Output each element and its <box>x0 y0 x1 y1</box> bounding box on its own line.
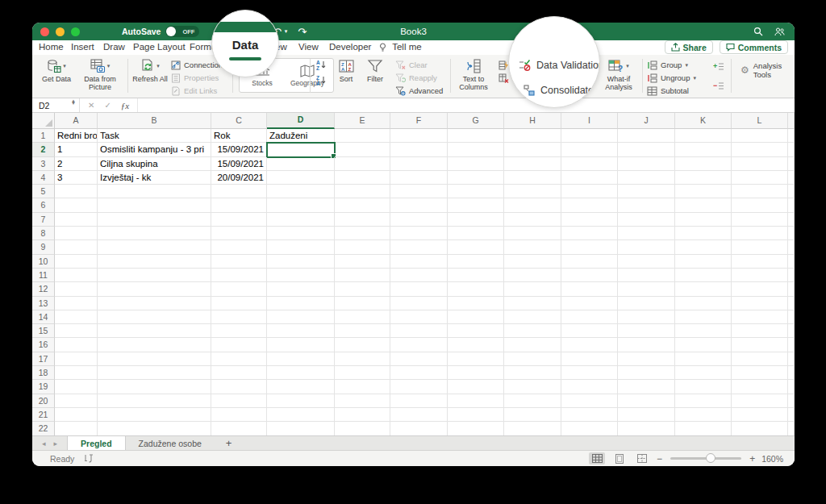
cell-C2[interactable]: 15/09/2021 <box>211 143 267 156</box>
cell-E13[interactable] <box>335 297 390 310</box>
cell-D1[interactable]: Zaduženi <box>267 129 335 143</box>
cell-I11[interactable] <box>561 269 618 282</box>
cell-C7[interactable] <box>211 213 267 227</box>
insert-function-icon[interactable]: ƒx <box>121 101 129 110</box>
cell-I6[interactable] <box>561 198 618 212</box>
cell-B15[interactable] <box>98 324 211 338</box>
cell-E12[interactable] <box>335 282 390 296</box>
cell-K18[interactable] <box>675 366 732 380</box>
cell-E9[interactable] <box>335 240 390 254</box>
cell-L2[interactable] <box>732 143 788 156</box>
filter-button[interactable]: Filter <box>361 57 389 83</box>
ungroup-button[interactable]: Ungroup ▾ <box>647 73 696 83</box>
cell-H9[interactable] <box>504 240 561 254</box>
cell-D6[interactable] <box>267 198 335 212</box>
cell-E21[interactable] <box>335 408 390 422</box>
cell-B18[interactable] <box>98 366 211 380</box>
clear-filter-button[interactable]: Clear <box>395 60 443 70</box>
cell-E7[interactable] <box>335 213 390 227</box>
row-header-1[interactable]: 1 <box>32 129 55 143</box>
cell-C6[interactable] <box>211 198 267 212</box>
cell-E19[interactable] <box>335 380 390 394</box>
cell-G9[interactable] <box>448 240 504 254</box>
cell-K8[interactable] <box>675 227 732 240</box>
cell-I4[interactable] <box>561 171 618 185</box>
row-header-5[interactable]: 5 <box>32 185 55 198</box>
cell-C4[interactable]: 20/09/2021 <box>211 171 267 185</box>
cell-C16[interactable] <box>211 338 267 352</box>
cell-I5[interactable] <box>561 185 618 198</box>
cell-G13[interactable] <box>448 297 504 310</box>
cell-A8[interactable] <box>55 227 98 240</box>
cell-K14[interactable] <box>675 310 732 324</box>
cell-G7[interactable] <box>448 213 504 227</box>
cell-C18[interactable] <box>211 366 267 380</box>
cell-I15[interactable] <box>561 324 618 338</box>
cell-J16[interactable] <box>618 338 675 352</box>
row-header-21[interactable]: 21 <box>32 408 55 422</box>
cell-J15[interactable] <box>618 324 675 338</box>
cell-K10[interactable] <box>675 255 732 269</box>
cell-K17[interactable] <box>675 352 732 366</box>
zoom-level[interactable]: 160% <box>761 454 783 464</box>
row-header-10[interactable]: 10 <box>32 255 55 269</box>
cell-D19[interactable] <box>267 380 335 394</box>
cell-H4[interactable] <box>504 171 561 185</box>
cell-H22[interactable] <box>504 422 561 435</box>
cell-J18[interactable] <box>618 366 675 380</box>
cell-D17[interactable] <box>267 352 335 366</box>
sheet-prev-icon[interactable]: ◂ <box>42 439 46 448</box>
select-all-corner[interactable] <box>32 113 55 129</box>
cell-D12[interactable] <box>267 282 335 296</box>
minimize-window-button[interactable] <box>56 27 65 36</box>
cell-G21[interactable] <box>448 408 504 422</box>
column-header-K[interactable]: K <box>675 113 732 129</box>
cell-D5[interactable] <box>267 185 335 198</box>
cell-B7[interactable] <box>98 213 211 227</box>
cell-K21[interactable] <box>675 408 732 422</box>
cell-K7[interactable] <box>675 213 732 227</box>
cell-G1[interactable] <box>448 129 504 143</box>
cell-L11[interactable] <box>732 269 788 282</box>
cell-F20[interactable] <box>390 394 448 408</box>
tab-home[interactable]: Home <box>39 40 64 55</box>
cell-H21[interactable] <box>504 408 561 422</box>
cell-A5[interactable] <box>55 185 98 198</box>
cell-A6[interactable] <box>55 198 98 212</box>
fullscreen-window-button[interactable] <box>71 27 80 36</box>
row-header-3[interactable]: 3 <box>32 157 55 171</box>
cell-K5[interactable] <box>675 185 732 198</box>
cell-G14[interactable] <box>448 310 504 324</box>
tab-tell-me[interactable]: Tell me <box>379 40 422 55</box>
close-window-button[interactable] <box>40 27 49 36</box>
cell-J9[interactable] <box>618 240 675 254</box>
cell-F14[interactable] <box>390 310 448 324</box>
sheet-next-icon[interactable]: ▸ <box>54 439 58 448</box>
cell-H8[interactable] <box>504 227 561 240</box>
cell-G19[interactable] <box>448 380 504 394</box>
cell-G11[interactable] <box>448 269 504 282</box>
cell-I12[interactable] <box>561 282 618 296</box>
cell-H6[interactable] <box>504 198 561 212</box>
cell-J20[interactable] <box>618 394 675 408</box>
cell-J11[interactable] <box>618 269 675 282</box>
cell-J21[interactable] <box>618 408 675 422</box>
cell-C17[interactable] <box>211 352 267 366</box>
cell-F8[interactable] <box>390 227 448 240</box>
zoom-out-button[interactable]: − <box>657 453 662 464</box>
cell-F10[interactable] <box>390 255 448 269</box>
cell-E15[interactable] <box>335 324 390 338</box>
cell-B14[interactable] <box>98 310 211 324</box>
cell-D14[interactable] <box>267 310 335 324</box>
cell-K6[interactable] <box>675 198 732 212</box>
cell-H10[interactable] <box>504 255 561 269</box>
show-detail-button[interactable]: + <box>713 61 724 72</box>
cell-I10[interactable] <box>561 255 618 269</box>
cell-A4[interactable]: 3 <box>55 171 98 185</box>
cell-I3[interactable] <box>561 157 618 171</box>
cell-I20[interactable] <box>561 394 618 408</box>
cell-A22[interactable] <box>55 422 98 435</box>
cell-K15[interactable] <box>675 324 732 338</box>
cell-A7[interactable] <box>55 213 98 227</box>
cell-L16[interactable] <box>732 338 788 352</box>
